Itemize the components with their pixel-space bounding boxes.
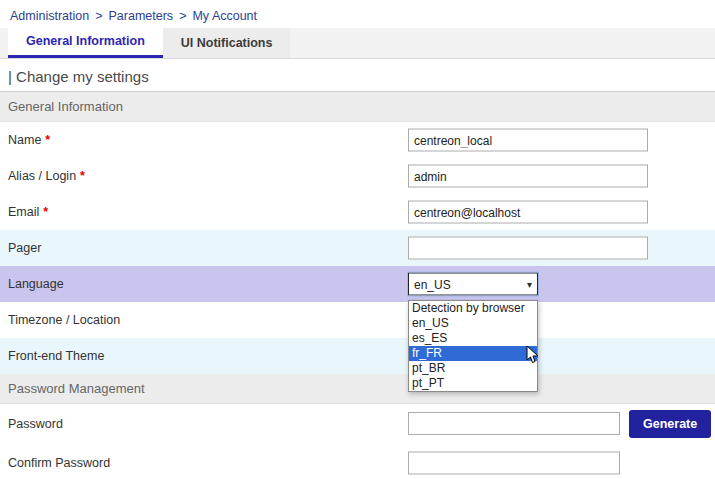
language-option-en-us[interactable]: en_US bbox=[409, 316, 537, 331]
language-option-detection-by-browser[interactable]: Detection by browser bbox=[409, 301, 537, 316]
language-select[interactable]: en_US ▾ bbox=[408, 273, 538, 296]
tab-general-information[interactable]: General Information bbox=[8, 28, 163, 58]
language-option-fr-fr[interactable]: fr_FR bbox=[409, 346, 537, 361]
breadcrumb-my-account[interactable]: My Account bbox=[192, 9, 257, 23]
required-marker: * bbox=[45, 133, 50, 147]
name-input[interactable] bbox=[408, 129, 648, 152]
timezone-label: Timezone / Location bbox=[8, 313, 120, 327]
generate-password-button[interactable]: Generate bbox=[629, 410, 711, 438]
language-option-pt-br[interactable]: pt_BR bbox=[409, 361, 537, 376]
form-row-pager: Pager bbox=[0, 230, 715, 266]
breadcrumb: Administration>Parameters>My Account bbox=[0, 0, 715, 28]
form-row-alias-login: Alias / Login* bbox=[0, 158, 715, 194]
form-row-language: Language en_US ▾ Detection by browser en… bbox=[0, 266, 715, 302]
form-row-email: Email* bbox=[0, 194, 715, 230]
email-label: Email* bbox=[8, 205, 48, 219]
alias-login-label: Alias / Login* bbox=[8, 169, 85, 183]
language-select-value: en_US bbox=[414, 277, 451, 291]
form-row-name: Name* bbox=[0, 122, 715, 158]
email-input[interactable] bbox=[408, 201, 648, 224]
language-dropdown: Detection by browser en_US es_ES fr_FR p… bbox=[408, 300, 538, 392]
form-row-timezone: Timezone / Location bbox=[0, 302, 715, 338]
pager-label: Pager bbox=[8, 241, 41, 255]
form-row-password: Password Generate bbox=[0, 404, 715, 443]
page-title: | Change my settings bbox=[0, 59, 715, 92]
required-marker: * bbox=[43, 205, 48, 219]
theme-label: Front-end Theme bbox=[8, 349, 104, 363]
breadcrumb-separator: > bbox=[95, 9, 102, 23]
password-input[interactable] bbox=[408, 412, 620, 435]
breadcrumb-parameters[interactable]: Parameters bbox=[109, 9, 174, 23]
language-option-pt-pt[interactable]: pt_PT bbox=[409, 376, 537, 391]
language-label: Language bbox=[8, 277, 64, 291]
password-label: Password bbox=[8, 417, 63, 431]
section-header-general-information: General Information bbox=[0, 92, 715, 122]
section-header-password-management: Password Management bbox=[0, 374, 715, 404]
tab-ui-notifications[interactable]: UI Notifications bbox=[163, 28, 291, 58]
chevron-down-icon: ▾ bbox=[527, 279, 532, 290]
confirm-password-label: Confirm Password bbox=[8, 456, 110, 470]
required-marker: * bbox=[80, 169, 85, 183]
alias-login-input[interactable] bbox=[408, 165, 648, 188]
form-row-confirm-password: Confirm Password bbox=[0, 443, 715, 479]
pager-input[interactable] bbox=[408, 237, 648, 260]
form-row-theme: Front-end Theme bbox=[0, 338, 715, 374]
tab-bar: General Information UI Notifications bbox=[0, 28, 715, 59]
name-label: Name* bbox=[8, 133, 50, 147]
breadcrumb-separator: > bbox=[179, 9, 186, 23]
confirm-password-input[interactable] bbox=[408, 451, 620, 474]
breadcrumb-administration[interactable]: Administration bbox=[10, 9, 89, 23]
language-option-es-es[interactable]: es_ES bbox=[409, 331, 537, 346]
